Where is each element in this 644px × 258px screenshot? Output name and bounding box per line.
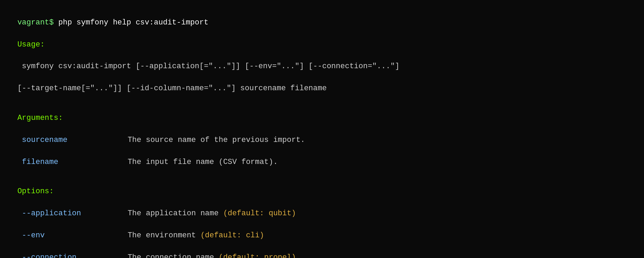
arg-filename-name: filename: [17, 157, 127, 168]
options-label: Options:: [17, 187, 54, 196]
arguments-label: Arguments:: [17, 114, 63, 122]
blank-1: [8, 94, 636, 102]
prompt-user: vagrant$: [17, 18, 54, 27]
arg-filename-desc: The input file name (CSV format).: [127, 158, 278, 166]
opt-env-desc: The environment: [127, 231, 200, 240]
arg-sourcename-desc: The source name of the previous import.: [127, 136, 305, 144]
opt-env-name: --env: [17, 230, 127, 241]
opt-application-line: --applicationThe application name (defau…: [8, 197, 636, 219]
opt-connection-default: (default: propel): [218, 253, 296, 258]
arg-filename-line: filenameThe input file name (CSV format)…: [8, 146, 636, 168]
blank-2: [8, 167, 636, 175]
arg-sourcename-name: sourcename: [17, 135, 127, 146]
options-label-line: Options:: [8, 175, 636, 197]
usage-line-1: symfony csv:audit-import [--application[…: [8, 50, 636, 72]
opt-application-desc: The application name: [127, 209, 223, 218]
arguments-label-line: Arguments:: [8, 102, 636, 124]
arg-sourcename-line: sourcenameThe source name of the previou…: [8, 124, 636, 146]
prompt-line: vagrant$ php symfony help csv:audit-impo…: [8, 6, 636, 28]
opt-application-name: --application: [17, 208, 127, 219]
opt-env-line: --envThe environment (default: cli): [8, 219, 636, 241]
usage-text-2: [--target-name[="..."]] [--id-column-nam…: [17, 84, 327, 93]
opt-connection-line: --connectionThe connection name (default…: [8, 241, 636, 258]
opt-application-default: (default: qubit): [223, 209, 296, 218]
usage-label: Usage:: [17, 40, 44, 49]
opt-env-default: (default: cli): [201, 231, 264, 240]
prompt-command: php symfony help csv:audit-import: [54, 18, 208, 27]
usage-text-1: symfony csv:audit-import [--application[…: [17, 62, 399, 71]
opt-connection-name: --connection: [17, 252, 127, 258]
opt-connection-desc: The connection name: [127, 253, 218, 258]
usage-line-2: [--target-name[="..."]] [--id-column-nam…: [8, 72, 636, 94]
usage-label-line: Usage:: [8, 28, 636, 50]
